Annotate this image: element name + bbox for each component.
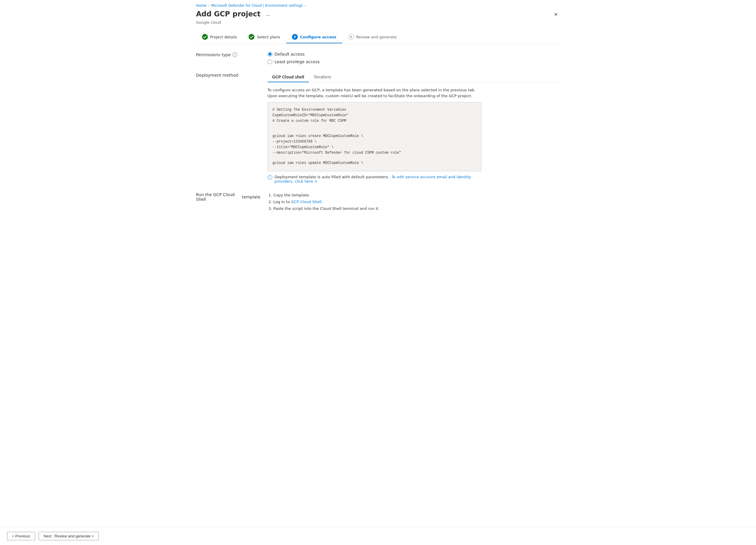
run-step-3: Paste the script into the Cloud Shell te… [273, 205, 560, 212]
info-note-icon: i [268, 175, 272, 180]
step4-label: Review and generate [356, 35, 397, 39]
default-access-radio[interactable] [268, 52, 272, 57]
deployment-method-label: Deployment method [196, 73, 261, 78]
close-button[interactable]: × [552, 10, 560, 19]
breadcrumb-env-settings[interactable]: Microsoft Defender for Cloud | Environme… [211, 4, 303, 8]
gcp-cloud-shell-tab[interactable]: GCP Cloud shell [268, 72, 309, 82]
step2-circle [249, 34, 254, 40]
run-template-label: Run the GCP Cloud Shell template [196, 192, 261, 202]
code-line-4 [273, 124, 476, 129]
step3-label: Configure access [300, 35, 336, 39]
code-line-7: --project=123456789 \ [273, 139, 476, 145]
deployment-tabs: GCP Cloud shell Terraform [268, 72, 560, 83]
code-line-8: --title="MDCCspmCustomRole" \ [273, 145, 476, 150]
code-line-11: gcloud iam roles update MDCCspmCustomRol… [273, 160, 476, 166]
gcp-cloud-shell-link[interactable]: GCP Cloud Shell. [291, 200, 323, 204]
deployment-description: To configure access on GCP, a template h… [268, 87, 481, 99]
footer: < Previous Next : Review and generate > [0, 527, 756, 545]
least-privilege-radio[interactable] [268, 59, 272, 64]
default-access-option[interactable]: Default access [268, 52, 560, 57]
permissions-type-label: Permissions type i [196, 52, 261, 57]
permissions-radio-group: Default access Least privilege access [268, 52, 560, 64]
step-configure-access[interactable]: 3 Configure access [286, 30, 342, 43]
step-project-details[interactable]: Project details [196, 30, 243, 43]
run-step-1: Copy the template. [273, 192, 560, 199]
deployment-method-row: Deployment method GCP Cloud shell Terraf… [196, 72, 560, 184]
code-line-10 [273, 156, 476, 160]
code-line-2: CspmCustomRoleID="MDCCspmCustomRole" [273, 113, 476, 118]
step-review-generate[interactable]: 4 Review and generate [342, 30, 403, 43]
breadcrumb-sep-1: › [208, 4, 209, 8]
ellipsis-menu-button[interactable]: ... [264, 11, 272, 18]
steps-navigation: Project details Select plans 3 Configure… [196, 30, 560, 44]
step4-circle: 4 [348, 34, 354, 40]
step-select-plans[interactable]: Select plans [243, 30, 286, 43]
step2-label: Select plans [257, 35, 280, 39]
main-content: Permissions type i Default access Least … [196, 52, 560, 545]
default-access-label: Default access [275, 52, 305, 57]
deployment-info-note: i Deployment template is auto filled wit… [268, 175, 481, 184]
page-header: Add GCP project ... × [196, 10, 560, 19]
code-line-6: gcloud iam roles create MDCCspmCustomRol… [273, 134, 476, 139]
code-line-9: --description="Microsoft Defender for cl… [273, 150, 476, 156]
code-line-1: # Setting The Environment Variables [273, 107, 476, 113]
page-title: Add GCP project [196, 10, 261, 18]
run-step-2: Log in to GCP Cloud Shell. [273, 199, 560, 205]
info-note-text: Deployment template is auto filled with … [275, 175, 481, 184]
breadcrumb: Home › Microsoft Defender for Cloud | En… [196, 0, 560, 10]
permissions-info-icon[interactable]: i [232, 52, 237, 57]
step1-circle [202, 34, 208, 40]
code-template-box[interactable]: # Setting The Environment Variables Cspm… [268, 102, 481, 171]
terraform-tab[interactable]: Terraform [309, 72, 336, 82]
breadcrumb-home[interactable]: Home [196, 4, 206, 8]
least-privilege-label: Least privilege access [275, 59, 320, 64]
breadcrumb-sep-2: › [305, 4, 306, 8]
code-line-5 [273, 129, 476, 134]
step1-label: Project details [210, 35, 237, 39]
run-template-steps: Copy the template. Log in to GCP Cloud S… [268, 192, 560, 212]
page-subtitle: Google cloud [196, 20, 560, 25]
previous-button[interactable]: < Previous [7, 532, 35, 540]
permissions-type-row: Permissions type i Default access Least … [196, 52, 560, 64]
code-line-3: # Create a custom role for MDC CSPM [273, 118, 476, 124]
run-template-row: Run the GCP Cloud Shell template Copy th… [196, 192, 560, 212]
step3-circle: 3 [292, 34, 298, 40]
next-button[interactable]: Next : Review and generate > [39, 532, 99, 540]
least-privilege-option[interactable]: Least privilege access [268, 59, 560, 64]
